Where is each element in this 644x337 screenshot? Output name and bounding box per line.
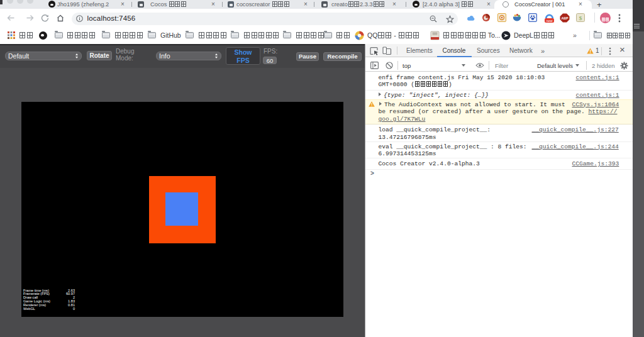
svg-text:ABP: ABP: [562, 16, 569, 20]
svg-text:new: new: [546, 19, 552, 23]
svg-text:$: $: [579, 15, 582, 21]
